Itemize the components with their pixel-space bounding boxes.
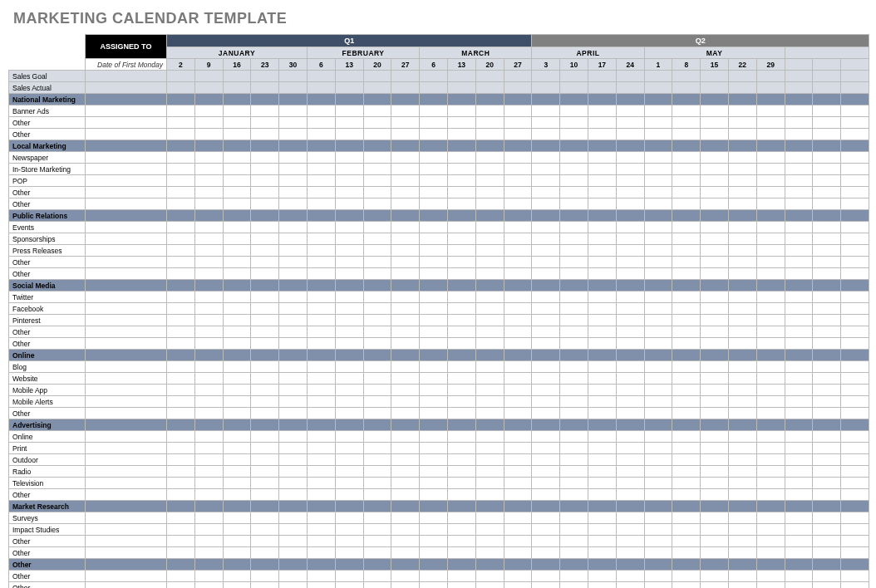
data-cell[interactable] (616, 257, 644, 268)
data-cell[interactable] (335, 326, 363, 338)
data-cell[interactable] (672, 198, 701, 210)
data-cell[interactable] (307, 431, 335, 443)
data-cell[interactable] (335, 454, 363, 466)
data-cell[interactable] (420, 582, 448, 589)
data-cell[interactable] (701, 303, 729, 315)
data-cell[interactable] (813, 489, 841, 501)
data-cell[interactable] (813, 71, 841, 82)
data-cell[interactable] (167, 198, 195, 210)
data-cell[interactable] (251, 536, 279, 547)
data-cell[interactable] (588, 187, 616, 198)
data-cell[interactable] (335, 489, 363, 501)
data-cell[interactable] (813, 373, 841, 385)
data-cell[interactable] (644, 478, 672, 489)
data-cell[interactable] (672, 454, 701, 466)
data-cell[interactable] (307, 512, 335, 524)
data-cell[interactable] (391, 478, 420, 489)
data-cell[interactable] (841, 408, 869, 419)
data-cell[interactable] (504, 175, 532, 187)
data-cell[interactable] (532, 222, 560, 233)
data-cell[interactable] (475, 408, 504, 419)
assigned-cell[interactable] (86, 164, 167, 175)
data-cell[interactable] (420, 175, 448, 187)
data-cell[interactable] (167, 408, 195, 419)
data-cell[interactable] (532, 466, 560, 478)
data-cell[interactable] (307, 373, 335, 385)
data-cell[interactable] (644, 117, 672, 129)
data-cell[interactable] (813, 478, 841, 489)
data-cell[interactable] (532, 478, 560, 489)
data-cell[interactable] (475, 582, 504, 589)
data-cell[interactable] (279, 489, 308, 501)
data-cell[interactable] (251, 361, 279, 373)
data-cell[interactable] (728, 71, 756, 82)
data-cell[interactable] (391, 396, 420, 408)
data-cell[interactable] (616, 292, 644, 303)
data-cell[interactable] (588, 268, 616, 280)
data-cell[interactable] (785, 489, 813, 501)
data-cell[interactable] (504, 571, 532, 582)
data-cell[interactable] (504, 361, 532, 373)
data-cell[interactable] (504, 129, 532, 140)
data-cell[interactable] (279, 164, 308, 175)
data-cell[interactable] (813, 175, 841, 187)
data-cell[interactable] (363, 338, 391, 350)
data-cell[interactable] (223, 233, 251, 245)
week-number[interactable] (785, 59, 813, 71)
data-cell[interactable] (307, 385, 335, 396)
data-cell[interactable] (194, 292, 223, 303)
data-cell[interactable] (560, 129, 588, 140)
data-cell[interactable] (588, 431, 616, 443)
week-number[interactable]: 20 (475, 59, 504, 71)
data-cell[interactable] (672, 431, 701, 443)
data-cell[interactable] (363, 175, 391, 187)
data-cell[interactable] (223, 198, 251, 210)
data-cell[interactable] (194, 478, 223, 489)
data-cell[interactable] (420, 524, 448, 536)
data-cell[interactable] (588, 315, 616, 326)
data-cell[interactable] (588, 164, 616, 175)
data-cell[interactable] (447, 71, 475, 82)
data-cell[interactable] (251, 268, 279, 280)
data-cell[interactable] (391, 326, 420, 338)
data-cell[interactable] (194, 512, 223, 524)
data-cell[interactable] (616, 222, 644, 233)
data-cell[interactable] (841, 385, 869, 396)
data-cell[interactable] (167, 315, 195, 326)
data-cell[interactable] (504, 315, 532, 326)
data-cell[interactable] (167, 175, 195, 187)
data-cell[interactable] (785, 524, 813, 536)
data-cell[interactable] (560, 175, 588, 187)
week-number[interactable]: 9 (194, 59, 223, 71)
data-cell[interactable] (616, 82, 644, 94)
data-cell[interactable] (475, 129, 504, 140)
data-cell[interactable] (447, 129, 475, 140)
data-cell[interactable] (785, 478, 813, 489)
data-cell[interactable] (616, 105, 644, 117)
data-cell[interactable] (588, 245, 616, 257)
data-cell[interactable] (560, 152, 588, 164)
data-cell[interactable] (588, 478, 616, 489)
data-cell[interactable] (420, 408, 448, 419)
data-cell[interactable] (813, 431, 841, 443)
data-cell[interactable] (279, 105, 308, 117)
data-cell[interactable] (560, 82, 588, 94)
data-cell[interactable] (307, 71, 335, 82)
data-cell[interactable] (644, 303, 672, 315)
data-cell[interactable] (841, 268, 869, 280)
data-cell[interactable] (785, 547, 813, 559)
data-cell[interactable] (420, 373, 448, 385)
data-cell[interactable] (251, 524, 279, 536)
data-cell[interactable] (504, 408, 532, 419)
data-cell[interactable] (672, 152, 701, 164)
data-cell[interactable] (475, 547, 504, 559)
data-cell[interactable] (616, 478, 644, 489)
data-cell[interactable] (391, 198, 420, 210)
data-cell[interactable] (223, 175, 251, 187)
data-cell[interactable] (616, 338, 644, 350)
data-cell[interactable] (335, 373, 363, 385)
data-cell[interactable] (194, 257, 223, 268)
data-cell[interactable] (616, 385, 644, 396)
data-cell[interactable] (223, 361, 251, 373)
data-cell[interactable] (223, 524, 251, 536)
